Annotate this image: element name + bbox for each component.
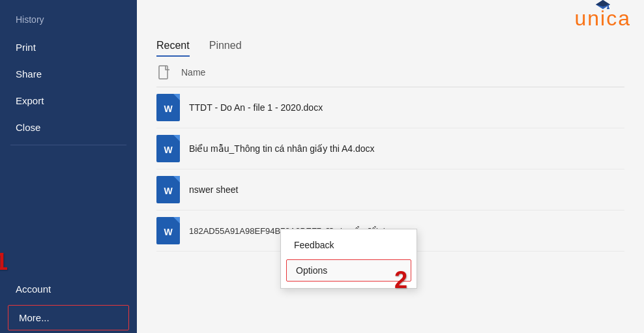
annotation-1: 1 [0,248,8,276]
sidebar-export-label: Export [16,95,44,106]
sidebar-item-share[interactable]: Share [0,61,137,87]
graduation-hat-icon [596,0,610,9]
word-icon: W [156,217,180,244]
sidebar-item-close[interactable]: Close [0,114,137,141]
sidebar-more-label: More... [19,312,50,323]
logo-bar: unica [137,0,644,31]
file-name: Biểu mẫu_Thông tin cá nhân giấy thi A4.d… [189,143,375,154]
tabs-bar: Recent Pinned [137,31,644,57]
options-label: Options [296,265,327,276]
logo-text: unica [575,7,632,30]
sidebar-item-print[interactable]: Print [0,34,137,61]
annotation-2: 2 [394,267,407,294]
svg-rect-4 [159,66,168,79]
word-icon: W [156,94,180,121]
word-icon-label: W [164,227,172,237]
file-list-name-header: Name [181,67,205,78]
file-name: nswer sheet [189,184,238,195]
sidebar: History Print Share Export Close Account… [0,0,137,333]
sidebar-close-label: Close [16,122,40,133]
svg-point-3 [607,7,609,9]
file-row[interactable]: W nswer sheet [156,169,624,210]
sidebar-print-label: Print [16,42,36,53]
main-content: unica Recent Pinned Name W TTDT - Do An … [137,0,644,333]
sidebar-history-label: History [16,14,44,25]
word-icon: W [156,135,180,162]
tab-recent[interactable]: Recent [156,36,190,57]
tab-pinned[interactable]: Pinned [209,36,242,57]
file-list-header: Name [156,57,624,87]
word-icon-label: W [164,104,172,114]
sidebar-item-history[interactable]: History [0,5,137,34]
file-row[interactable]: W TTDT - Do An - file 1 - 2020.docx [156,87,624,128]
sidebar-divider [10,145,126,145]
dropdown-options-item[interactable]: Options [286,259,411,282]
sidebar-item-export[interactable]: Export [0,87,137,114]
sidebar-account-label: Account [16,283,51,295]
sidebar-item-more[interactable]: More... [8,305,129,330]
feedback-label: Feedback [294,240,334,250]
file-name: TTDT - Do An - file 1 - 2020.docx [189,102,323,113]
word-icon-label: W [164,145,172,155]
unica-logo: unica [575,7,632,31]
document-icon [158,65,170,80]
word-icon: W [156,176,180,203]
sidebar-item-account[interactable]: Account [0,276,137,302]
file-header-icon [156,63,172,81]
file-row[interactable]: W Biểu mẫu_Thông tin cá nhân giấy thi A4… [156,128,624,169]
word-icon-label: W [164,186,172,196]
file-list: Name W TTDT - Do An - file 1 - 2020.docx… [137,57,644,333]
dropdown-feedback-item[interactable]: Feedback [281,233,417,257]
sidebar-share-label: Share [16,68,42,80]
